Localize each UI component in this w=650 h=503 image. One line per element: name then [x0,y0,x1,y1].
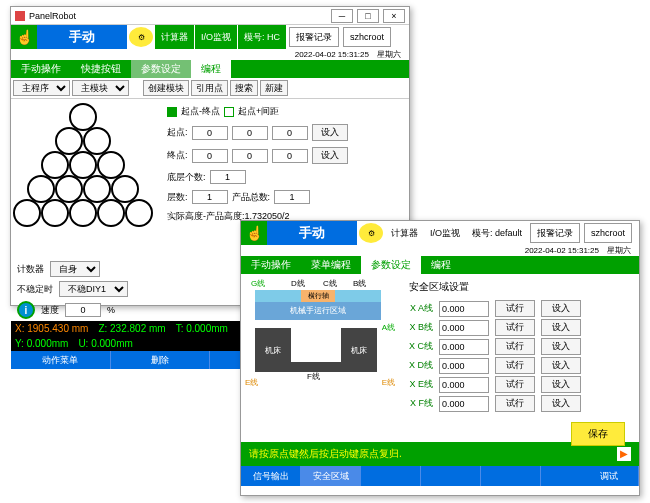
program-select[interactable]: 主程序 [13,80,70,96]
stack-diagram [11,99,161,259]
io-seg[interactable]: I/O监视 [195,25,238,49]
start-label: 起点: [167,126,188,139]
try-button[interactable]: 试行 [495,357,535,374]
tab-program[interactable]: 编程 [191,60,231,78]
end-y[interactable] [232,149,268,163]
f-debug[interactable]: 调试 [579,466,639,486]
setin-button[interactable]: 设入 [541,300,581,317]
start-x[interactable] [192,126,228,140]
app-icon [15,11,25,21]
message-arrow-icon[interactable]: ▶ [617,447,631,461]
try-button[interactable]: 试行 [495,319,535,336]
f-safezone[interactable]: 安全区域 [301,466,361,486]
datetime: 2022-04-02 15:31:25 [291,49,373,60]
tab-menuprog[interactable]: 菜单编程 [301,256,361,274]
safe-row-3: X D线试行设入 [405,357,633,374]
hand-icon[interactable]: ☝ [241,221,267,245]
datetime-row: 2022-04-02 15:31:25 星期六 [11,49,409,60]
mold-seg: 模号: default [466,221,528,245]
try-button[interactable]: 试行 [495,338,535,355]
create-module-button[interactable]: 创建模块 [143,80,189,96]
end-x[interactable] [192,149,228,163]
module-select[interactable]: 主模块 [72,80,129,96]
axis-box: 横行轴 [301,290,335,302]
tabs-2: 手动操作 菜单编程 参数设定 编程 [241,256,639,274]
try-button[interactable]: 试行 [495,395,535,412]
start-y[interactable] [232,126,268,140]
motor-icon[interactable]: ⚙ [129,27,153,47]
titlebar: PanelRobot ─ □ × [11,7,409,25]
counter-select[interactable]: 自身 [50,261,100,277]
speed-input[interactable] [65,303,101,317]
start-z[interactable] [272,126,308,140]
mc-left: 机床 [255,328,291,372]
new-button[interactable]: 新建 [260,80,288,96]
mc-right: 机床 [341,328,377,372]
tab-params[interactable]: 参数设定 [361,256,421,274]
info-icon[interactable]: i [17,301,35,319]
delete-button[interactable]: 删除 [111,351,211,369]
tab-shortcut[interactable]: 快捷按钮 [71,60,131,78]
safe-row-0: X A线试行设入 [405,300,633,317]
f-signal[interactable]: 信号输出 [241,466,301,486]
user-button[interactable]: szhcroot [584,223,632,243]
tab-program[interactable]: 编程 [421,256,461,274]
tab-manual[interactable]: 手动操作 [241,256,301,274]
safe-label: X D线 [405,359,433,372]
setin-button[interactable]: 设入 [541,338,581,355]
safety-panel: 安全区域设置 X A线试行设入X B线试行设入X C线试行设入X D线试行设入X… [399,274,639,442]
bottom-count[interactable] [210,170,246,184]
tab-params[interactable]: 参数设定 [131,60,191,78]
save-button[interactable]: 保存 [571,422,625,446]
layers-input[interactable] [192,190,228,204]
safe-label: X F线 [405,397,433,410]
end-setin[interactable]: 设入 [312,147,348,164]
close-button[interactable]: × [383,9,405,23]
motor-icon[interactable]: ⚙ [359,223,383,243]
action-menu-button[interactable]: 动作菜单 [11,351,111,369]
safe-input[interactable] [439,358,489,374]
try-button[interactable]: 试行 [495,376,535,393]
minimize-button[interactable]: ─ [331,9,353,23]
chk-start-end[interactable] [167,107,177,117]
tabs: 手动操作 快捷按钮 参数设定 编程 [11,60,409,78]
user-button[interactable]: szhcroot [343,27,391,47]
safe-input[interactable] [439,396,489,412]
search-button[interactable]: 搜索 [230,80,258,96]
calc-seg[interactable]: 计算器 [155,25,195,49]
setin-button[interactable]: 设入 [541,376,581,393]
safe-input[interactable] [439,377,489,393]
safe-input[interactable] [439,301,489,317]
prodcnt-input[interactable] [274,190,310,204]
bottom-count-label: 底层个数: [167,171,206,184]
chk-start-gap[interactable] [224,107,234,117]
refpoint-button[interactable]: 引用点 [191,80,228,96]
toolbar: 主程序 主模块 创建模块 引用点 搜索 新建 [11,78,409,99]
setin-button[interactable]: 设入 [541,395,581,412]
maximize-button[interactable]: □ [357,9,379,23]
tab-manual[interactable]: 手动操作 [11,60,71,78]
setin-button[interactable]: 设入 [541,357,581,374]
safe-input[interactable] [439,320,489,336]
panelrobot-window-2: ☝ 手动 ⚙ 计算器 I/O监视 模号: default 报警记录 szhcro… [240,220,640,496]
safe-label: X B线 [405,321,433,334]
end-z[interactable] [272,149,308,163]
f-5[interactable] [481,466,541,486]
setin-button[interactable]: 设入 [541,319,581,336]
hand-icon[interactable]: ☝ [11,25,37,49]
end-label: 终点: [167,149,188,162]
safe-input[interactable] [439,339,489,355]
prodcnt-label: 产品总数: [232,191,271,204]
start-setin[interactable]: 设入 [312,124,348,141]
calc-seg[interactable]: 计算器 [385,221,424,245]
mold-seg: 模号: HC [238,25,287,49]
safe-row-2: X C线试行设入 [405,338,633,355]
f-4[interactable] [421,466,481,486]
io-seg[interactable]: I/O监视 [424,221,466,245]
switch-select[interactable]: 不稳DIY1 [59,281,128,297]
footer-bar: 信号输出 安全区域 调试 [241,466,639,486]
alarm-button[interactable]: 报警记录 [530,223,580,243]
try-button[interactable]: 试行 [495,300,535,317]
f-3[interactable] [361,466,421,486]
alarm-button[interactable]: 报警记录 [289,27,339,47]
